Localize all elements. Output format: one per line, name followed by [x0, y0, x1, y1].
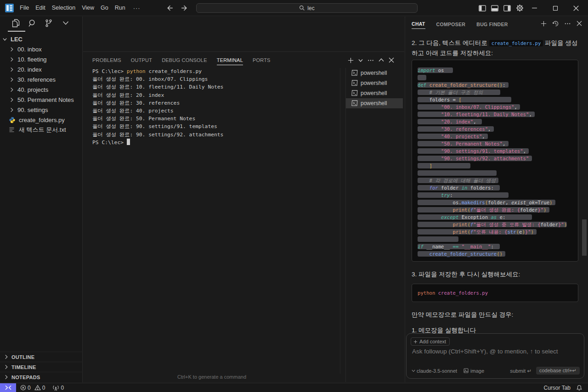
sidebar-section-notepads[interactable]: NOTEPADS — [0, 372, 83, 382]
nav-back-icon[interactable] — [166, 4, 174, 12]
terminal-line: 폴더 생성 완료: 20. index — [92, 91, 223, 99]
code-token: __name__ — [424, 244, 453, 249]
toggle-panel-icon[interactable] — [491, 5, 498, 11]
terminal-session[interactable]: powershell — [346, 68, 403, 78]
tree-item[interactable]: 10. fleeting — [0, 54, 83, 64]
attach-image-button[interactable]: image — [464, 368, 484, 374]
tree-item[interactable]: 90. settings — [0, 105, 83, 115]
chat-history-icon[interactable] — [552, 20, 559, 27]
menu-go[interactable]: Go — [97, 0, 112, 16]
explorer-icon[interactable] — [12, 19, 20, 28]
terminal-session[interactable]: powershell — [346, 98, 403, 108]
code-line: for folder in folders: — [418, 184, 578, 191]
chat-close-icon[interactable] — [576, 20, 582, 27]
tree-root-folder[interactable]: LEC — [0, 34, 83, 44]
sidebar-section-outline[interactable]: OUTLINE — [0, 352, 83, 362]
chat-scrollbar-thumb[interactable] — [582, 219, 587, 256]
root-folder-label: LEC — [11, 36, 23, 43]
code-token: "00. inbox/07. Clippings" — [441, 104, 514, 110]
chat-tab-composer[interactable]: COMPOSER — [436, 18, 466, 29]
chat-tab-chat[interactable]: CHAT — [412, 18, 425, 29]
tree-item-label: 40. projects — [17, 86, 48, 93]
sidebar-section-timeline[interactable]: TIMELINE — [0, 362, 83, 372]
tree-item[interactable]: 새 텍스트 문서.txt — [0, 125, 83, 135]
panel-more-actions-icon[interactable] — [367, 57, 374, 64]
code-line: if __name__ == "__main__": — [418, 243, 578, 250]
terminal-line: PS C:\lec> python create_folders.py — [92, 67, 223, 75]
activity-more-chevron-icon[interactable] — [62, 21, 69, 25]
menu-file[interactable]: File — [17, 0, 32, 16]
activity-bar — [0, 17, 83, 31]
ports-status[interactable]: 0 — [52, 385, 64, 391]
menu-edit[interactable]: Edit — [32, 0, 49, 16]
code-token: "90. settings/92. attachments" — [441, 156, 529, 161]
window-maximize-button[interactable] — [545, 0, 565, 16]
chat-more-actions-icon[interactable] — [564, 20, 571, 27]
tree-item[interactable]: 00. inbox — [0, 44, 83, 54]
add-context-button[interactable]: Add context — [411, 337, 450, 346]
chat-tab-bug-finder[interactable]: BUG FINDER — [476, 18, 508, 29]
tree-item[interactable]: 50. Permanent Notes — [0, 95, 83, 105]
code-selection-highlight: for folder in folders: — [418, 185, 500, 190]
menu-selection[interactable]: Selection — [49, 0, 79, 16]
code-token: def — [418, 82, 426, 88]
settings-gear-icon[interactable] — [516, 4, 524, 12]
code-token — [418, 251, 430, 257]
chevron-right-icon — [4, 375, 8, 380]
panel-close-icon[interactable] — [388, 57, 395, 63]
code-selection-highlight: except Exception as e: — [418, 214, 532, 220]
code-token — [418, 148, 441, 154]
code-selection-highlight: # 기본 폴더 구조 정의 — [418, 90, 500, 95]
code-line: "90. settings/91. templates", — [418, 147, 578, 155]
source-control-icon[interactable] — [45, 19, 53, 28]
terminal-text-token: create_folders.py — [146, 68, 202, 74]
chat-input-box[interactable]: Add context Ask followup (Ctrl+Shift+Y),… — [406, 333, 584, 379]
model-selector[interactable]: claude-3.5-sonnet — [412, 368, 457, 374]
panel-tab-debug-console[interactable]: DEBUG CONSOLE — [162, 56, 207, 65]
notifications-bell-icon[interactable] — [576, 385, 582, 391]
panel-tab-output[interactable]: OUTPUT — [131, 56, 152, 65]
tree-item[interactable]: 30. references — [0, 74, 83, 84]
tree-item[interactable]: 40. projects — [0, 84, 83, 95]
cursor-tab-status[interactable]: Cursor Tab — [544, 385, 571, 391]
codebase-button[interactable]: codebase ctrl+↵ — [536, 367, 580, 375]
chevron-right-icon — [4, 364, 8, 370]
window-minimize-button[interactable] — [524, 0, 545, 16]
search-view-icon[interactable] — [28, 19, 37, 28]
toggle-secondary-sidebar-icon[interactable] — [503, 5, 511, 11]
code-token: python — [418, 290, 435, 296]
code-token — [418, 192, 441, 198]
panel-tab-terminal[interactable]: TERMINAL — [217, 56, 243, 65]
toggle-sidebar-icon[interactable] — [479, 5, 486, 11]
nav-forward-icon[interactable] — [180, 4, 188, 12]
terminal-command-token: python — [127, 68, 146, 74]
code-token: # 각 경로에 대해 폴더 생성 — [430, 178, 496, 183]
code-token: () — [497, 251, 503, 257]
submit-button[interactable]: submit ↵ — [510, 368, 531, 374]
code-token: print — [453, 229, 468, 235]
new-chat-icon[interactable] — [540, 20, 547, 27]
panel-tab-problems[interactable]: PROBLEMS — [92, 56, 121, 65]
command-center-search[interactable]: lec — [196, 3, 418, 13]
panel-tab-ports[interactable]: PORTS — [253, 56, 271, 65]
tree-item[interactable]: create_folders.py — [0, 115, 83, 125]
terminal-session[interactable]: powershell — [346, 78, 403, 88]
tree-item-label: 10. fleeting — [17, 56, 47, 63]
code-selection-highlight: import os — [418, 67, 453, 73]
terminal-output[interactable]: PS C:\lec> python create_folders.py폴더 생성… — [92, 67, 223, 146]
terminal-dropdown-chevron-icon[interactable] — [358, 58, 363, 62]
problems-status[interactable]: 0 0 — [20, 385, 45, 391]
menu-more[interactable]: ··· — [129, 5, 145, 11]
panel-maximize-chevron-icon[interactable] — [379, 58, 384, 62]
menu-run[interactable]: Run — [112, 0, 129, 16]
terminal-session[interactable]: powershell — [346, 88, 403, 98]
new-terminal-icon[interactable] — [347, 57, 354, 64]
tree-item[interactable]: 20. index — [0, 64, 83, 74]
window-close-button[interactable] — [565, 0, 586, 16]
remote-indicator[interactable] — [0, 383, 16, 392]
menu-view[interactable]: View — [79, 0, 97, 16]
tree-item-label: 새 텍스트 문서.txt — [19, 126, 66, 134]
code-line: import os — [418, 67, 578, 74]
chevron-right-icon — [10, 97, 14, 102]
code-token: "10. fleeting/11. Daily Notes" — [441, 112, 529, 117]
